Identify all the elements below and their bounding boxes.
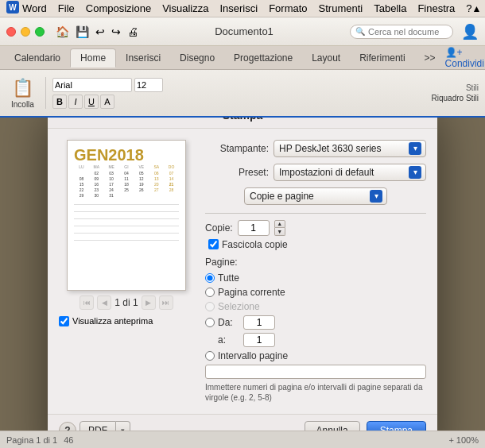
print-icon[interactable]: 🖨: [127, 25, 138, 38]
bold-button[interactable]: B: [52, 95, 67, 109]
paste-button[interactable]: 📋 Incolla: [6, 75, 39, 112]
header-me: ME: [104, 164, 119, 169]
menu-visualizza[interactable]: Visualizza: [162, 2, 208, 14]
radio-selection[interactable]: [205, 302, 215, 311]
collate-checkbox[interactable]: [208, 239, 219, 249]
font-size-input[interactable]: [134, 78, 163, 92]
radio-all-row: Tutte: [205, 272, 426, 284]
pdf-button[interactable]: PDF: [80, 421, 116, 431]
radio-interval[interactable]: [205, 351, 215, 361]
printer-select[interactable]: HP DeskJet 3630 series: [274, 140, 426, 157]
line-3: [74, 218, 179, 219]
next-page-button[interactable]: ▶: [142, 295, 156, 310]
toolbar: 🏠 💾 ↩ ↪ 🖨 Documento1 🔍 👤: [0, 17, 485, 46]
radio-interval-row: Intervallo pagine: [205, 350, 426, 361]
menu-word[interactable]: Word: [22, 2, 47, 14]
copies-input[interactable]: [238, 220, 270, 236]
maximize-button[interactable]: [35, 27, 45, 37]
first-page-button[interactable]: ⏮: [80, 295, 94, 310]
copies-increment[interactable]: ▲: [274, 220, 285, 228]
menu-help[interactable]: ?: [466, 2, 471, 14]
print-dialog-title: Stampa: [48, 118, 437, 129]
radio-current-row: Pagina corrente: [205, 287, 426, 298]
share-button[interactable]: 👤+ Condividi: [445, 47, 484, 69]
tab-inserisci[interactable]: Inserisci: [116, 48, 170, 68]
radio-from[interactable]: [205, 318, 215, 327]
close-button[interactable]: [6, 27, 16, 37]
account-icon[interactable]: 👤: [461, 23, 479, 41]
home-icon[interactable]: 🏠: [56, 25, 69, 38]
menu-inserisci[interactable]: Inserisci: [219, 2, 258, 14]
color-button[interactable]: A: [100, 95, 114, 109]
font-controls: B I U A: [52, 78, 163, 109]
search-input[interactable]: [368, 27, 440, 37]
ribbon-separator: [45, 77, 46, 109]
tab-home[interactable]: Home: [70, 48, 116, 68]
preview-month-year: GEN2018: [74, 147, 179, 163]
collate-row: Fascicola copie: [208, 239, 426, 250]
footer-right: Annulla Stampa: [305, 421, 426, 431]
interval-input[interactable]: [205, 365, 426, 379]
prev-page-button[interactable]: ◀: [97, 295, 111, 310]
preset-select[interactable]: Impostazioni di default: [274, 164, 426, 181]
copies-row: Copie: ▲ ▼: [205, 220, 426, 236]
radio-all[interactable]: [205, 273, 215, 283]
page-preview: GEN2018 LU MA ME GI VE SA D: [67, 140, 186, 291]
tab-more[interactable]: >>: [415, 48, 445, 68]
collate-label: Fascicola copie: [222, 239, 288, 250]
show-preview-label: Visualizza anteprima: [72, 316, 153, 326]
menu-tabella[interactable]: Tabella: [374, 2, 406, 14]
print-dialog: Stampa GEN2018 LU MA: [48, 118, 437, 431]
riquadro-stili-button[interactable]: Riquadro Stili: [432, 94, 479, 102]
to-row: a:: [218, 333, 426, 347]
menu-formato[interactable]: Formato: [269, 2, 307, 14]
zoom-level: + 100%: [448, 435, 479, 445]
category-row: Copie e pagine: [205, 187, 426, 205]
svg-text:W: W: [9, 3, 17, 12]
from-label: Da:: [218, 317, 240, 328]
pdf-dropdown-button[interactable]: ▾: [116, 421, 130, 431]
ribbon: 📋 Incolla B I U A Stili Riquadro Stili: [0, 70, 485, 118]
help-button[interactable]: ?: [59, 422, 76, 431]
redo-icon[interactable]: ↪: [111, 25, 121, 38]
save-icon[interactable]: 💾: [76, 25, 89, 38]
radio-current[interactable]: [205, 288, 215, 297]
traffic-lights: [6, 27, 45, 37]
radio-current-label: Pagina corrente: [218, 287, 285, 298]
tab-disegno[interactable]: Disegno: [170, 48, 224, 68]
minimize-button[interactable]: [21, 27, 30, 37]
undo-icon[interactable]: ↩: [95, 25, 105, 38]
menu-strumenti[interactable]: Strumenti: [319, 2, 363, 14]
page-status: Pagina 1 di 1: [6, 435, 57, 445]
header-ve: VE: [134, 164, 149, 169]
font-name-input[interactable]: [52, 78, 132, 92]
copies-stepper: ▲ ▼: [274, 220, 285, 236]
last-page-button[interactable]: ⏭: [159, 295, 173, 310]
category-select[interactable]: Copie e pagine: [244, 187, 387, 205]
menu-bar-items: Word File Composizione Visualizza Inseri…: [22, 2, 472, 14]
menu-file[interactable]: File: [58, 2, 75, 14]
search-icon: 🔍: [355, 27, 365, 36]
menu-composizione[interactable]: Composizione: [86, 2, 151, 14]
menu-finestra[interactable]: Finestra: [417, 2, 455, 14]
header-lu: LU: [74, 164, 89, 169]
tab-progettazione[interactable]: Progettazione: [224, 48, 302, 68]
copies-decrement[interactable]: ▼: [274, 228, 285, 236]
tab-layout[interactable]: Layout: [302, 48, 350, 68]
italic-button[interactable]: I: [68, 95, 83, 109]
line-4: [74, 226, 179, 226]
menu-bar: W Word File Composizione Visualizza Inse…: [0, 0, 485, 17]
line-1: [74, 204, 179, 205]
printer-label: Stampante:: [205, 143, 269, 154]
pages-section: Pagine: Tutte Pagina corrente: [205, 257, 426, 403]
interval-row: [205, 365, 426, 379]
underline-button[interactable]: U: [84, 95, 99, 109]
styles-area: Stili Riquadro Stili: [432, 83, 479, 102]
show-preview-checkbox[interactable]: [59, 316, 69, 326]
from-input[interactable]: [243, 315, 275, 330]
to-input[interactable]: [243, 333, 275, 347]
tab-calendario[interactable]: Calendario: [5, 48, 70, 68]
print-button[interactable]: Stampa: [367, 421, 426, 431]
cancel-button[interactable]: Annulla: [305, 421, 360, 431]
tab-riferimenti[interactable]: Riferimenti: [350, 48, 414, 68]
